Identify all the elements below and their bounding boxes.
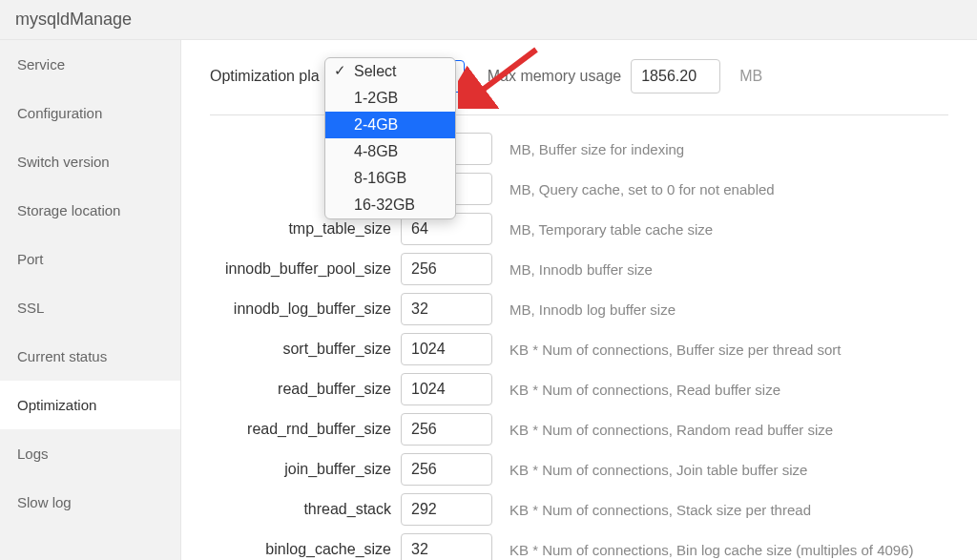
dropdown-option-8-16gb[interactable]: 8-16GB xyxy=(325,165,455,192)
sidebar-item-ssl[interactable]: SSL xyxy=(0,283,180,332)
dropdown-option-2-4gb[interactable]: 2-4GB xyxy=(325,112,455,138)
form-row: innodb_log_buffer_sizeMB, Innodb log buf… xyxy=(210,293,948,325)
field-label: innodb_buffer_pool_size xyxy=(210,260,401,278)
top-controls: Optimization pla Max memory usage MB xyxy=(210,59,948,115)
dropdown-option-label: 8-16GB xyxy=(354,170,406,186)
field-description: KB * Num of connections, Stack size per … xyxy=(509,502,811,518)
sidebar-item-storage-location[interactable]: Storage location xyxy=(0,186,180,235)
field-input-innodb-log-buffer-size[interactable] xyxy=(401,293,492,325)
field-input-sort-buffer-size[interactable] xyxy=(401,333,492,365)
form-row: read_buffer_sizeKB * Num of connections,… xyxy=(210,373,948,405)
max-memory-label: Max memory usage xyxy=(488,68,622,85)
optimization-plan-label: Optimization pla xyxy=(210,68,320,85)
dropdown-option-label: Select xyxy=(354,63,396,79)
field-description: MB, Buffer size for indexing xyxy=(509,141,684,157)
field-input-thread-stack[interactable] xyxy=(401,493,492,526)
field-input-innodb-buffer-pool-size[interactable] xyxy=(401,253,492,285)
dropdown-option-label: 1-2GB xyxy=(354,90,398,106)
field-label: binlog_cache_size xyxy=(210,541,401,558)
form-row: tmp_table_sizeMB, Temporary table cache … xyxy=(210,213,948,245)
field-description: MB, Innodb log buffer size xyxy=(509,301,676,318)
check-icon: ✓ xyxy=(334,60,346,82)
sidebar: ServiceConfigurationSwitch versionStorag… xyxy=(0,40,181,560)
field-label: read_buffer_size xyxy=(210,381,401,398)
dropdown-option-label: 2-4GB xyxy=(354,116,398,133)
dropdown-option-label: 4-8GB xyxy=(354,143,398,159)
form-row: read_rnd_buffer_sizeKB * Num of connecti… xyxy=(210,413,948,446)
field-input-read-rnd-buffer-size[interactable] xyxy=(401,413,492,446)
settings-form: key_MB, Buffer size for indexingquery_MB… xyxy=(210,133,948,560)
field-description: MB, Temporary table cache size xyxy=(509,221,713,238)
field-label: sort_buffer_size xyxy=(210,341,401,358)
sidebar-item-port[interactable]: Port xyxy=(0,235,180,283)
field-label: join_buffer_size xyxy=(210,461,401,478)
form-row: binlog_cache_sizeKB * Num of connections… xyxy=(210,533,948,560)
field-description: KB * Num of connections, Join table buff… xyxy=(509,462,807,478)
main-panel: Optimization pla Max memory usage MB ✓Se… xyxy=(181,40,977,560)
page-title: mysqldManage xyxy=(0,0,977,40)
form-row: join_buffer_sizeKB * Num of connections,… xyxy=(210,453,948,486)
dropdown-option-4-8gb[interactable]: 4-8GB xyxy=(325,138,455,165)
dropdown-option-1-2gb[interactable]: 1-2GB xyxy=(325,85,455,112)
optimization-plan-dropdown: ✓Select1-2GB2-4GB4-8GB8-16GB16-32GB xyxy=(324,57,456,219)
field-label: read_rnd_buffer_size xyxy=(210,421,401,438)
field-input-read-buffer-size[interactable] xyxy=(401,373,492,405)
max-memory-unit: MB xyxy=(739,68,762,85)
dropdown-option-select[interactable]: ✓Select xyxy=(325,58,455,85)
form-row: innodb_buffer_pool_sizeMB, Innodb buffer… xyxy=(210,253,948,285)
dropdown-option-label: 16-32GB xyxy=(354,197,415,213)
field-description: KB * Num of connections, Buffer size per… xyxy=(509,342,841,358)
form-row: thread_stackKB * Num of connections, Sta… xyxy=(210,493,948,526)
field-label: tmp_table_size xyxy=(210,220,401,238)
field-input-binlog-cache-size[interactable] xyxy=(401,533,492,560)
sidebar-item-slow-log[interactable]: Slow log xyxy=(0,478,180,527)
sidebar-item-optimization[interactable]: Optimization xyxy=(0,381,180,429)
sidebar-item-switch-version[interactable]: Switch version xyxy=(0,137,180,186)
field-description: KB * Num of connections, Bin log cache s… xyxy=(509,542,914,558)
sidebar-item-logs[interactable]: Logs xyxy=(0,429,180,478)
sidebar-item-current-status[interactable]: Current status xyxy=(0,332,180,381)
form-row: sort_buffer_sizeKB * Num of connections,… xyxy=(210,333,948,365)
field-label: thread_stack xyxy=(210,501,401,518)
field-description: KB * Num of connections, Random read buf… xyxy=(509,422,833,438)
sidebar-item-configuration[interactable]: Configuration xyxy=(0,89,180,137)
dropdown-option-16-32gb[interactable]: 16-32GB xyxy=(325,192,455,218)
field-label: innodb_log_buffer_size xyxy=(210,301,401,318)
field-input-join-buffer-size[interactable] xyxy=(401,453,492,486)
field-description: KB * Num of connections, Read buffer siz… xyxy=(509,382,780,398)
field-description: MB, Innodb buffer size xyxy=(509,261,653,278)
sidebar-item-service[interactable]: Service xyxy=(0,40,180,89)
field-description: MB, Query cache, set to 0 for not enable… xyxy=(509,181,775,197)
form-row: key_MB, Buffer size for indexing xyxy=(210,133,948,165)
max-memory-input[interactable] xyxy=(631,59,720,93)
form-row: query_MB, Query cache, set to 0 for not … xyxy=(210,173,948,205)
